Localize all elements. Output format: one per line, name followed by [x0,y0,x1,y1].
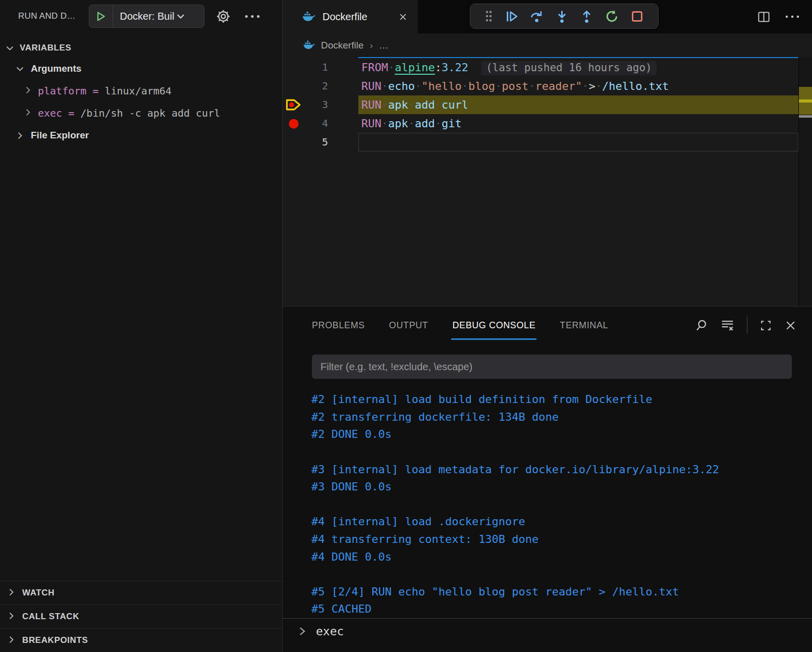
gutter-space[interactable] [284,133,304,152]
more-actions-icon[interactable] [785,15,800,19]
scope-file-explorer[interactable]: File Explorer [0,124,282,146]
variable-operator: = [86,85,104,97]
code-line-1[interactable]: 1FROM·alpine:3.22(last pushed 16 hours a… [283,58,812,77]
panel-tab-label: DEBUG CONSOLE [452,320,535,331]
code-token: RUN [361,80,382,92]
code-line-4[interactable]: 4RUN·apk·add·git [283,114,812,133]
debug-console-output[interactable]: #2 [internal] load build definition from… [283,379,812,618]
code-token: · [462,80,468,92]
console-line: #5 [2/4] RUN echo "hello blog post reade… [311,583,807,601]
drag-handle-icon[interactable] [484,9,494,23]
variable-rows: platform = linux/arm64exec = /bin/sh -c … [0,80,282,124]
variable-row-platform[interactable]: platform = linux/arm64 [0,80,282,102]
console-line: #2 transferring dockerfile: 134B done [311,409,807,426]
chevron-right-icon [23,85,33,97]
debug-config-dropdown[interactable]: Docker: Buil [89,5,204,28]
step-over-button[interactable] [529,9,544,24]
scope-arguments-label: Arguments [31,63,81,74]
gutter-space[interactable] [284,58,304,77]
panel-tab-output[interactable]: OUTPUT [389,307,428,344]
gear-icon[interactable] [215,9,231,24]
chevron-right-icon [7,587,16,599]
chevron-right-icon [7,611,16,623]
console-filter-input[interactable]: Filter (e.g. text, !exclude, \escape) [312,355,792,379]
close-icon[interactable] [398,12,408,22]
line-number[interactable]: 4 [305,114,328,133]
debug-config-label: Docker: Buil [113,11,175,22]
panel-tab-debug-console[interactable]: DEBUG CONSOLE [452,307,535,344]
variable-value: linux/arm64 [104,85,171,97]
close-panel-icon[interactable] [784,319,797,332]
console-line: #2 [internal] load build definition from… [311,391,807,409]
breadcrumb: Dockerfile › … [283,33,812,57]
breakpoint-gutter[interactable] [284,114,304,133]
step-into-button[interactable] [555,9,569,24]
inline-hint: (last pushed 16 hours ago) [481,61,657,75]
variable-row-exec[interactable]: exec = /bin/sh -c apk add curl [0,102,282,124]
console-line: #3 [internal] load metadata for docker.i… [311,461,807,479]
panel-actions [694,307,812,344]
console-line [311,496,807,514]
panel-tab-problems[interactable]: PROBLEMS [312,307,365,344]
breakpoint-current-gutter[interactable] [284,95,304,114]
chevron-right-icon [7,635,16,646]
line-content[interactable]: FROM·alpine:3.22(last pushed 16 hours ag… [358,58,798,77]
line-number[interactable]: 2 [305,77,328,95]
scope-arguments[interactable]: Arguments [0,58,282,80]
start-debugging-icon[interactable] [89,11,113,22]
console-input-text: exec [316,624,344,639]
code-token: FROM [361,61,388,74]
restart-button[interactable] [605,9,619,24]
breadcrumb-file[interactable]: Dockerfile [321,40,363,51]
code-token: · [596,80,602,92]
scope-file-explorer-label: File Explorer [31,130,89,141]
tab-dockerfile[interactable]: Dockerfile [283,0,418,33]
step-out-button[interactable] [579,9,594,24]
chevron-right-icon [23,108,33,119]
chevron-right-icon [297,626,308,637]
overview-ruler[interactable] [798,57,812,306]
maximize-panel-icon[interactable] [760,319,772,332]
code-line-3[interactable]: 3RUN·apk·add·curl [283,95,812,114]
main-area: Dockerfile [283,0,812,652]
code-line-5[interactable]: 5 [283,133,812,152]
code-token: reader" [535,80,582,92]
line-number[interactable]: 3 [305,95,328,114]
section-breakpoints[interactable]: BREAKPOINTS [0,628,282,652]
stop-button[interactable] [630,9,644,24]
ruler-marker-current-line [799,99,812,103]
line-number[interactable]: 1 [305,58,328,77]
section-call-stack[interactable]: CALL STACK [0,605,282,628]
line-number[interactable]: 5 [305,133,328,152]
sidebar-header: RUN AND D… Docker: Buil [0,0,282,32]
variables-section-header[interactable]: VARIABLES [0,38,282,58]
line-content[interactable]: RUN·echo·"hello·blog·post·reader"·>·/hel… [358,77,798,95]
run-and-debug-sidebar: RUN AND D… Docker: Buil VARIABLES [0,0,283,652]
panel-tab-label: PROBLEMS [312,320,365,331]
gutter-space[interactable] [284,77,304,95]
line-content[interactable]: RUN·apk·add·git [358,114,798,133]
code-line-2[interactable]: 2RUN·echo·"hello·blog·post·reader"·>·/he… [283,77,812,95]
panel-tab-terminal[interactable]: TERMINAL [560,307,608,344]
code-token: · [408,117,415,130]
filter-placeholder: Filter (e.g. text, !exclude, \escape) [320,361,472,373]
split-editor-icon[interactable] [757,10,771,24]
code-editor[interactable]: 1FROM·alpine:3.22(last pushed 16 hours a… [283,57,812,306]
code-token: · [528,80,535,92]
ruler-marker-cursor [799,115,812,118]
more-actions-icon[interactable] [244,14,260,19]
code-token: apk [388,98,408,111]
chevron-down-icon [175,11,186,22]
code-token: · [382,117,388,130]
search-icon[interactable] [694,319,708,332]
code-token: add [415,117,435,130]
section-watch[interactable]: WATCH [0,581,282,605]
code-token: curl [442,98,468,111]
breadcrumb-symbol[interactable]: … [379,40,390,51]
code-token: · [415,80,421,92]
continue-button[interactable] [504,9,519,24]
line-content[interactable]: RUN·apk·add·curl [358,95,798,114]
debug-console-input[interactable]: exec [283,618,812,652]
clear-console-icon[interactable] [720,318,735,333]
code-token: · [382,98,388,111]
